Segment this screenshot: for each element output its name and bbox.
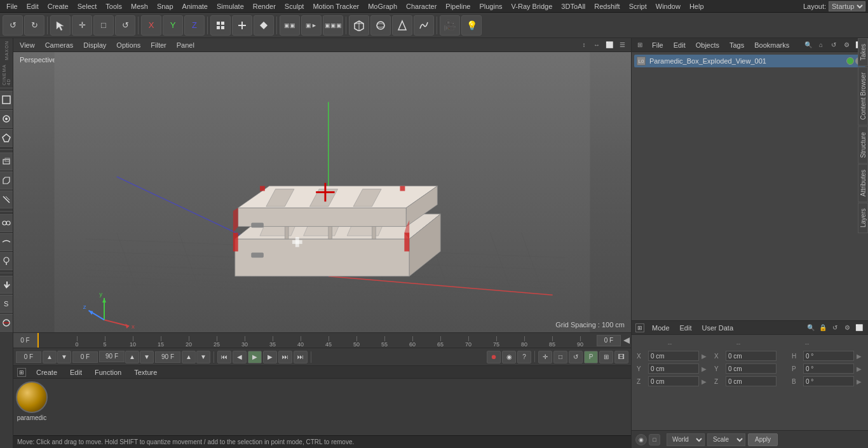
object-item-paramedic-box[interactable]: L0 Paramedic_Box_Exploded_View_001 xyxy=(634,55,865,67)
attr-expand-icon[interactable]: ⬜ xyxy=(854,323,864,333)
obj-home-icon[interactable]: ⌂ xyxy=(816,40,826,50)
obj-menu-objects[interactable]: Objects xyxy=(693,40,722,50)
viewport-icon-arrow-ud[interactable]: ↕ xyxy=(579,40,589,50)
start-frame-up[interactable]: ▲ xyxy=(43,351,57,363)
select-object-button[interactable] xyxy=(0,91,13,109)
paint-button[interactable] xyxy=(0,252,13,270)
bp-menu-function[interactable]: Function xyxy=(92,367,124,377)
attr-b-input[interactable] xyxy=(803,376,854,386)
cube-tool-button[interactable] xyxy=(349,15,369,36)
tab-takes[interactable]: Takes xyxy=(858,38,868,66)
weld-button[interactable] xyxy=(0,214,13,232)
viewport-menu-options[interactable]: Options xyxy=(114,40,143,50)
viewport-menu-cameras[interactable]: Cameras xyxy=(43,40,76,50)
obj-menu-tags[interactable]: Tags xyxy=(727,40,747,50)
coord-status-icon-2[interactable]: □ xyxy=(649,434,660,445)
menu-3dtoall[interactable]: 3DToAll xyxy=(557,1,589,11)
cone-tool-button[interactable] xyxy=(392,15,412,36)
help-button[interactable]: ? xyxy=(517,351,531,363)
obj-menu-file[interactable]: File xyxy=(649,40,666,50)
attr-x-rot-input[interactable] xyxy=(726,351,776,361)
playback-end-input[interactable] xyxy=(99,351,125,362)
scale-tool-button[interactable]: □ xyxy=(93,15,114,36)
menu-file[interactable]: File xyxy=(3,1,22,11)
viewport-menu-panel[interactable]: Panel xyxy=(174,40,197,50)
record-button[interactable]: ⏺ xyxy=(487,351,501,363)
menu-redshift[interactable]: Redshift xyxy=(590,1,623,11)
z-axis-button[interactable]: Z xyxy=(184,15,205,36)
obj-menu-bookmarks[interactable]: Bookmarks xyxy=(752,40,792,50)
knife-button[interactable] xyxy=(0,191,13,208)
viewport-icon-menu[interactable]: ☰ xyxy=(617,40,627,50)
light-button[interactable]: 💡 xyxy=(461,15,482,36)
menu-help[interactable]: Help xyxy=(686,1,708,11)
bevel-button[interactable] xyxy=(0,172,13,189)
polygon-button[interactable] xyxy=(0,129,13,147)
attr-x-pos-input[interactable] xyxy=(648,351,699,361)
go-last-frame-button[interactable]: ⏭ xyxy=(294,351,308,363)
fps-up[interactable]: ▲ xyxy=(182,351,196,363)
pos-pb-button[interactable]: P xyxy=(584,351,598,363)
render-active-button[interactable]: ▣► xyxy=(301,15,322,36)
tab-attributes[interactable]: Attributes xyxy=(858,164,868,202)
menu-vray[interactable]: V-Ray Bridge xyxy=(508,1,557,11)
attr-z-rot-input[interactable] xyxy=(726,376,776,386)
menu-simulate[interactable]: Simulate xyxy=(213,1,248,11)
world-select[interactable]: World xyxy=(667,433,705,446)
tab-content-browser[interactable]: Content Browser xyxy=(858,67,868,125)
play-backward-button[interactable]: ◀ xyxy=(233,351,247,363)
menu-snap[interactable]: Snap xyxy=(153,1,177,11)
play-forward-button[interactable]: ▶ xyxy=(263,351,277,363)
sphere-tool-button[interactable] xyxy=(370,15,391,36)
timeline[interactable]: 0 F 0 5 10 15 20 25 30 35 40 45 50 55 60… xyxy=(13,332,631,348)
scale-select[interactable]: Scale xyxy=(707,433,745,446)
extrude-button[interactable] xyxy=(0,153,13,170)
menu-plugins[interactable]: Plugins xyxy=(475,1,506,11)
spline-tool-button[interactable] xyxy=(414,15,434,36)
bp-menu-texture[interactable]: Texture xyxy=(132,367,159,377)
redo-button[interactable]: ↻ xyxy=(24,15,44,36)
go-end-button[interactable]: ⏭ xyxy=(278,351,292,363)
obj-search-icon[interactable]: 🔍 xyxy=(803,40,813,50)
attr-settings-icon[interactable]: ⚙ xyxy=(842,323,852,333)
play-button[interactable]: ▶ xyxy=(248,351,262,363)
menu-character[interactable]: Character xyxy=(402,1,440,11)
menu-edit[interactable]: Edit xyxy=(23,1,43,11)
live-selection-button[interactable] xyxy=(0,110,13,128)
menu-mograph[interactable]: MoGraph xyxy=(364,1,401,11)
start-frame-down[interactable]: ▼ xyxy=(57,351,71,363)
viewport-canvas[interactable]: Perspective xyxy=(13,52,631,332)
playback-current-input[interactable] xyxy=(72,351,98,363)
viewport-icon-arrow-lr[interactable]: ↔ xyxy=(592,40,602,50)
end-frame-down[interactable]: ▼ xyxy=(140,351,154,363)
menu-animate[interactable]: Animate xyxy=(179,1,212,11)
move-tool-button[interactable]: ✛ xyxy=(72,15,92,36)
fps-down[interactable]: ▼ xyxy=(196,351,210,363)
go-start-button[interactable]: ⏮ xyxy=(217,351,231,363)
attr-p-input[interactable] xyxy=(803,363,854,374)
material-thumbnail[interactable] xyxy=(16,381,48,413)
viewport-menu-display[interactable]: Display xyxy=(81,40,109,50)
menu-select[interactable]: Select xyxy=(74,1,101,11)
menu-render[interactable]: Render xyxy=(249,1,280,11)
bp-menu-create[interactable]: Create xyxy=(34,367,60,377)
menu-window[interactable]: Window xyxy=(652,1,684,11)
viewport-menu-view[interactable]: View xyxy=(17,40,37,50)
menu-mesh[interactable]: Mesh xyxy=(127,1,152,11)
y-axis-button[interactable]: Y xyxy=(163,15,183,36)
camera-button[interactable]: 🎥 xyxy=(440,15,460,36)
playback-fps-input[interactable] xyxy=(155,351,180,363)
attr-menu-mode[interactable]: Mode xyxy=(649,323,672,333)
menu-sculpt[interactable]: Sculpt xyxy=(281,1,308,11)
sculpt-grab-button[interactable] xyxy=(0,276,13,294)
render-all-button[interactable]: ▣▣▣ xyxy=(323,15,343,36)
points-mode-button[interactable] xyxy=(210,15,231,36)
tab-structure[interactable]: Structure xyxy=(858,126,868,164)
viewport-icon-maximize[interactable]: ⬜ xyxy=(604,40,614,50)
attr-h-input[interactable] xyxy=(803,351,854,361)
obj-settings-icon[interactable]: ⚙ xyxy=(841,40,851,50)
end-frame-up[interactable]: ▲ xyxy=(125,351,139,363)
edges-mode-button[interactable] xyxy=(232,15,252,36)
render-region-button[interactable]: ▣▣ xyxy=(280,15,300,36)
slide-button[interactable] xyxy=(0,233,13,251)
